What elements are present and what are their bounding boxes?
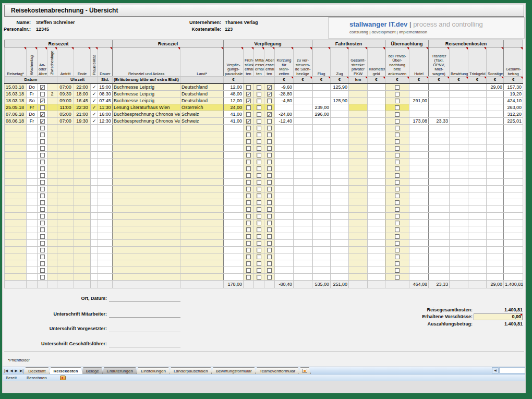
checkbox-anab[interactable] [40,207,45,212]
cell-zwischentage[interactable]: 2 [47,90,57,97]
cell-reisetag[interactable]: 25.05.18 [5,104,27,111]
checkbox-anab[interactable] [40,275,45,280]
cell-antritt[interactable] [57,138,74,144]
checkbox-abend[interactable] [267,166,272,171]
checkbox-privat[interactable] [395,214,400,219]
checkbox-mittag[interactable] [257,153,261,158]
checkbox-frueh[interactable] [246,275,251,280]
cell-antritt[interactable] [57,185,74,192]
cell-pkw[interactable] [349,151,368,158]
checkbox-frueh[interactable] [246,105,251,110]
checkbox-privat[interactable] [395,180,400,185]
cell-reisetag[interactable] [5,253,27,260]
sheet-tab-einstellungen[interactable]: Einstellungen [136,367,171,374]
cell-zwischentage[interactable] [47,260,57,267]
cell-reisetag[interactable]: 07.06.18 [5,111,27,117]
cell-mittag[interactable] [254,124,264,131]
cell-abend[interactable] [264,239,275,246]
cell-anab[interactable] [38,205,47,212]
cell-zwischentage[interactable] [47,273,57,280]
sheet-tab-reisekosten[interactable]: Reisekosten [49,367,83,374]
erhaltene-vorschuesse-input[interactable]: 0,00 [474,313,523,320]
cell-anab[interactable] [38,151,47,158]
checkbox-anab[interactable]: ✓ [40,85,45,90]
cell-privat[interactable] [385,124,409,131]
cell-pkw[interactable] [349,212,368,219]
cell-mittag[interactable] [254,273,264,280]
cell-frueh[interactable] [244,212,254,219]
cell-zwischentage[interactable] [47,97,57,104]
cell-abend[interactable]: ✓ [264,90,275,97]
cell-reiseziel[interactable] [113,260,180,267]
cell-pkw[interactable] [349,172,368,178]
cell-pkw[interactable] [349,226,368,233]
cell-mittag[interactable] [254,172,264,178]
cell-ende[interactable] [74,226,91,233]
cell-privat[interactable] [385,117,409,124]
cell-abend[interactable] [264,226,275,233]
cell-privat[interactable] [385,111,409,117]
cell-frueh[interactable] [244,151,254,158]
cell-abend[interactable] [264,131,275,138]
cell-anab[interactable] [38,131,47,138]
checkbox-mittag[interactable] [257,126,261,130]
checkbox-abend[interactable] [267,248,272,252]
checkbox-privat[interactable] [395,92,400,96]
cell-reiseziel[interactable] [113,124,180,131]
cell-antritt[interactable]: 07:00 [57,83,74,91]
checkbox-mittag[interactable] [257,248,261,252]
checkbox-anab[interactable] [40,194,45,198]
cell-frueh[interactable] [244,124,254,131]
cell-reisetag[interactable] [5,124,27,131]
cell-reisetag[interactable] [5,144,27,151]
checkbox-abend[interactable] [267,234,272,239]
cell-privat[interactable] [385,219,409,226]
ort-datum-line[interactable] [109,296,180,302]
cell-anab[interactable] [38,165,47,172]
checkbox-frueh[interactable] [246,207,251,212]
cell-anab[interactable] [38,246,47,253]
cell-privat[interactable] [385,192,409,199]
cell-abend[interactable] [264,267,275,273]
cell-frueh[interactable] [244,172,254,178]
cell-pkw[interactable] [349,233,368,239]
cell-anab[interactable] [38,178,47,185]
cell-frueh[interactable] [244,239,254,246]
cell-antritt[interactable] [57,239,74,246]
cell-reiseziel[interactable] [113,219,180,226]
cell-reisetag[interactable] [5,226,27,233]
cell-zwischentage[interactable] [47,233,57,239]
cell-ende[interactable] [74,165,91,172]
checkbox-abend[interactable] [267,173,272,178]
cell-zwischentage[interactable] [47,205,57,212]
next-sheet-button[interactable]: ▶ [15,369,18,373]
checkbox-anab[interactable] [40,200,45,205]
cell-zwischentage[interactable] [47,172,57,178]
cell-antritt[interactable]: 07:00 [57,117,74,124]
cell-reiseziel[interactable] [113,151,180,158]
cell-antritt[interactable] [57,273,74,280]
checkbox-frueh[interactable] [246,112,251,117]
cell-anab[interactable] [38,185,47,192]
last-sheet-button[interactable]: ▶| [20,369,23,373]
checkbox-anab[interactable] [40,160,45,164]
cell-mittag[interactable] [254,138,264,144]
cell-ende[interactable] [74,192,91,199]
cell-frueh[interactable]: ✓ [244,97,254,104]
checkbox-abend[interactable] [267,187,272,191]
checkbox-frueh[interactable] [246,187,251,191]
cell-reiseziel[interactable] [113,212,180,219]
cell-frueh[interactable] [244,205,254,212]
cell-mittag[interactable] [254,178,264,185]
cell-antritt[interactable] [57,165,74,172]
checkbox-abend[interactable] [267,200,272,205]
name-value[interactable]: Steffen Schreiner [36,20,75,25]
checkbox-mittag[interactable] [257,227,261,232]
cell-anab[interactable]: ✓ [38,111,47,117]
checkbox-abend[interactable] [267,255,272,259]
cell-frueh[interactable] [244,219,254,226]
checkbox-anab[interactable] [40,214,45,219]
checkbox-mittag[interactable] [257,261,261,266]
cell-anab[interactable] [38,144,47,151]
cell-privat[interactable] [385,97,409,104]
